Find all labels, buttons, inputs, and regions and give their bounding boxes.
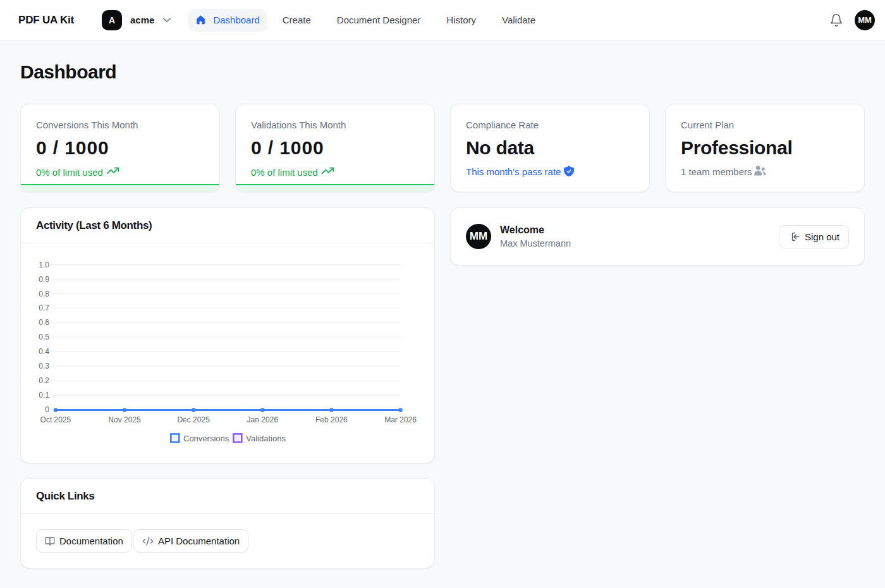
- svg-text:Mar 2026: Mar 2026: [384, 415, 417, 424]
- svg-text:0.9: 0.9: [39, 275, 49, 284]
- svg-text:0.2: 0.2: [39, 376, 49, 385]
- svg-text:0.7: 0.7: [39, 303, 49, 312]
- svg-text:0.5: 0.5: [39, 333, 49, 341]
- svg-text:Jan 2026: Jan 2026: [247, 415, 279, 424]
- svg-text:0: 0: [45, 405, 49, 414]
- svg-text:1.0: 1.0: [39, 260, 49, 269]
- svg-text:Nov 2025: Nov 2025: [108, 415, 141, 424]
- svg-text:0.1: 0.1: [39, 391, 49, 400]
- svg-text:0.3: 0.3: [39, 362, 49, 371]
- svg-text:Oct 2025: Oct 2025: [40, 415, 71, 424]
- svg-text:0.8: 0.8: [39, 290, 49, 298]
- svg-text:Dec 2025: Dec 2025: [177, 415, 210, 424]
- svg-text:0.4: 0.4: [39, 347, 49, 356]
- svg-text:0.6: 0.6: [39, 318, 49, 327]
- svg-text:Validations: Validations: [246, 434, 286, 443]
- svg-text:Conversions: Conversions: [183, 434, 229, 443]
- svg-text:Feb 2026: Feb 2026: [315, 415, 348, 424]
